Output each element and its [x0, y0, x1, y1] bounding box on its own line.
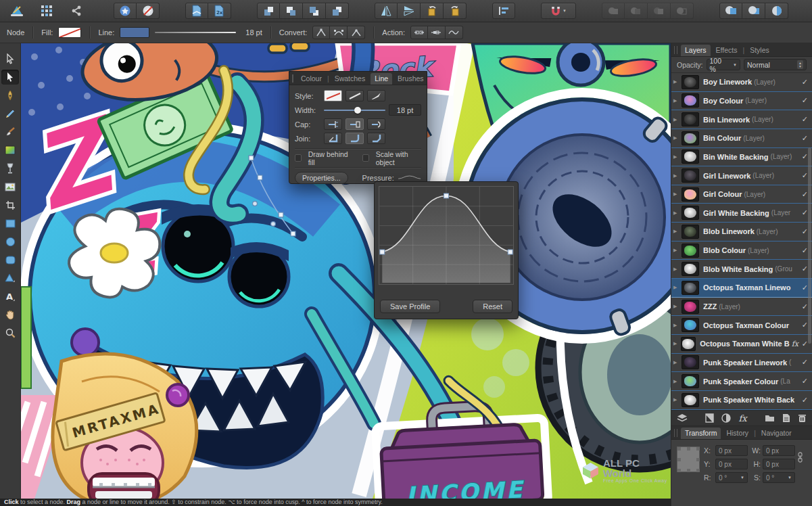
y-field[interactable]: 0 px: [715, 459, 748, 469]
layer-thumbnail[interactable]: [682, 225, 699, 239]
line-width-value[interactable]: 18 pt: [245, 28, 262, 37]
share-icon[interactable]: [65, 3, 88, 19]
panel-grip-icon[interactable]: [292, 74, 293, 83]
close-curve-icon[interactable]: [428, 26, 446, 39]
delete-layer-trash-icon[interactable]: [798, 413, 807, 423]
vector-brush-tool[interactable]: [1, 124, 19, 139]
fill-swatch[interactable]: [58, 27, 81, 38]
style-none-button[interactable]: [324, 90, 342, 101]
disclosure-triangle-icon[interactable]: [673, 341, 679, 346]
smooth-curve-icon[interactable]: [446, 26, 463, 39]
disclosure-triangle-icon[interactable]: [673, 191, 680, 197]
triangle-shape-tool[interactable]: [1, 271, 19, 285]
width-slider-handle[interactable]: [354, 107, 361, 114]
layer-visibility-checkbox[interactable]: [798, 171, 808, 180]
rotation-dropdown[interactable]: 0 °▼: [715, 472, 748, 483]
layer-thumbnail[interactable]: [682, 187, 699, 202]
panel-grip-icon[interactable]: [674, 429, 677, 437]
layer-row[interactable]: Punk Speaker Colour (La: [671, 372, 812, 391]
width-value-field[interactable]: 18 pt: [389, 104, 421, 116]
h-field[interactable]: 0 px: [763, 459, 795, 469]
layer-visibility-checkbox[interactable]: [798, 358, 808, 367]
layer-visibility-checkbox[interactable]: [798, 283, 808, 292]
draw-behind-fill-checkbox[interactable]: [295, 154, 302, 162]
break-curve-icon[interactable]: [410, 26, 428, 39]
disclosure-triangle-icon[interactable]: [673, 248, 680, 253]
width-slider[interactable]: [324, 110, 385, 111]
zoom-tool[interactable]: [1, 325, 19, 340]
blend-mode-dropdown[interactable]: Normal ▲▼: [744, 59, 807, 70]
disclosure-triangle-icon[interactable]: [673, 210, 680, 216]
layer-visibility-checkbox[interactable]: [800, 340, 808, 348]
group-folder-icon[interactable]: [765, 414, 775, 422]
miter-join-button[interactable]: [324, 133, 342, 144]
line-swatch[interactable]: [120, 27, 149, 38]
disclosure-triangle-icon[interactable]: [673, 117, 680, 122]
square-cap-button[interactable]: [345, 118, 364, 130]
flip-vertical-icon[interactable]: [398, 3, 421, 19]
rounded-rectangle-tool[interactable]: [1, 252, 19, 267]
layer-thumbnail[interactable]: [682, 75, 699, 89]
boolean-subtract-icon[interactable]: [625, 3, 648, 19]
tab-effects[interactable]: Effects: [712, 45, 742, 55]
boolean-intersect-icon[interactable]: [648, 3, 671, 19]
tab-navigator[interactable]: Navigator: [757, 428, 796, 438]
layer-thumbnail[interactable]: [682, 374, 699, 388]
rotate-ccw-icon[interactable]: [421, 3, 444, 19]
convert-to-smart-icon[interactable]: [348, 26, 365, 39]
layer-thumbnail[interactable]: [682, 318, 699, 332]
insert-behind-icon[interactable]: [719, 3, 742, 19]
pen-tool[interactable]: [1, 88, 19, 103]
tab-layers[interactable]: Layers: [681, 45, 711, 56]
layer-thumbnail[interactable]: [682, 112, 699, 127]
hand-tool[interactable]: [1, 307, 19, 322]
disclosure-triangle-icon[interactable]: [673, 323, 680, 328]
pressure-curve-editor[interactable]: [379, 186, 514, 285]
place-image-tool[interactable]: [1, 179, 19, 194]
disclosure-triangle-icon[interactable]: [673, 397, 680, 402]
text-tool[interactable]: A: [1, 289, 19, 304]
layer-visibility-checkbox[interactable]: [798, 227, 808, 236]
layer-row[interactable]: Boy Colour (Layer): [671, 92, 812, 111]
layer-thumbnail[interactable]: [682, 281, 699, 295]
insert-on-top-icon[interactable]: [742, 3, 765, 19]
layer-visibility-checkbox[interactable]: [798, 264, 808, 273]
snapping-magnet-icon[interactable]: ▼: [541, 3, 576, 19]
move-tool[interactable]: [1, 51, 19, 66]
bevel-join-button[interactable]: [367, 133, 385, 144]
app-logo-icon[interactable]: [5, 3, 28, 19]
fill-gradient-tool[interactable]: [1, 143, 19, 158]
style-solid-button[interactable]: [345, 90, 364, 101]
layer-effects-fx-icon[interactable]: fx: [738, 413, 746, 423]
layer-visibility-checkbox[interactable]: [798, 96, 808, 105]
layer-row[interactable]: Punk Speaker White Back: [671, 391, 812, 410]
layer-row[interactable]: Blob Linework (Layer): [671, 223, 812, 242]
anchor-point-selector[interactable]: [677, 446, 700, 472]
layer-row[interactable]: Octopus Taxman White B fx: [671, 335, 812, 354]
crop-tool[interactable]: [1, 198, 19, 212]
layer-row[interactable]: Blob White Backing (Grou: [671, 260, 812, 279]
disclosure-triangle-icon[interactable]: [673, 98, 680, 104]
insert-disabled-icon[interactable]: [137, 3, 160, 19]
x-field[interactable]: 0 px: [715, 445, 748, 456]
mask-layer-icon[interactable]: [705, 413, 714, 423]
disclosure-triangle-icon[interactable]: [673, 79, 680, 85]
disclosure-triangle-icon[interactable]: [673, 304, 680, 309]
layer-row[interactable]: Bin Linework (Layer): [671, 110, 812, 129]
move-backward-icon[interactable]: [303, 3, 326, 19]
scale-with-object-checkbox[interactable]: [362, 154, 369, 162]
layer-thumbnail[interactable]: [682, 168, 699, 183]
layer-row[interactable]: Boy Linework (Layer): [671, 73, 812, 92]
layer-visibility-checkbox[interactable]: [798, 115, 808, 124]
layer-row[interactable]: Girl White Backing (Layer: [671, 204, 812, 223]
boolean-add-icon[interactable]: [602, 3, 625, 19]
add-layer-icon[interactable]: [782, 413, 790, 423]
save-profile-button[interactable]: Save Profile: [380, 300, 440, 313]
disclosure-triangle-icon[interactable]: [673, 229, 680, 234]
layer-visibility-checkbox[interactable]: [798, 208, 808, 217]
layer-thumbnail[interactable]: [682, 393, 699, 407]
layer-visibility-checkbox[interactable]: [798, 246, 808, 255]
disclosure-triangle-icon[interactable]: [673, 173, 680, 179]
layer-thumbnail[interactable]: [682, 355, 699, 369]
layer-row[interactable]: Girl Linework (Layer): [671, 166, 812, 185]
